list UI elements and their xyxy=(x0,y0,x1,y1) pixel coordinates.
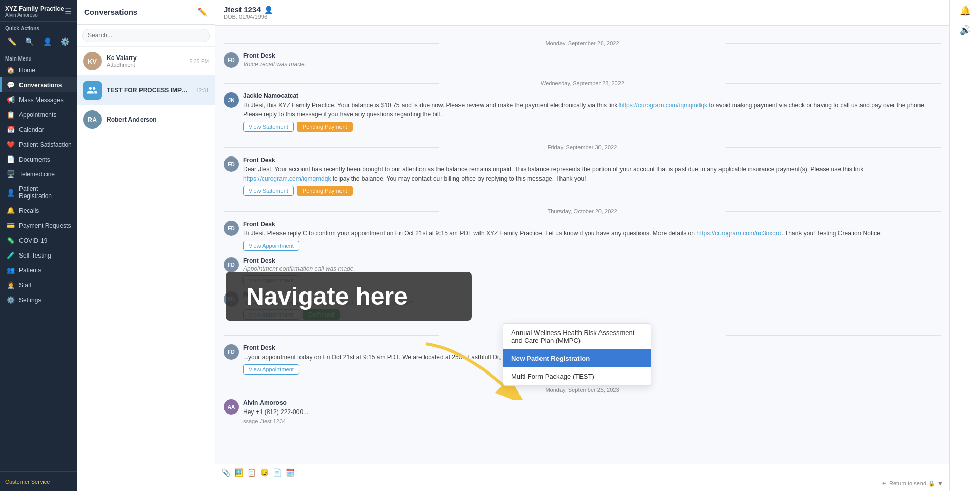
recalls-icon: 🔔 xyxy=(7,207,15,214)
sidebar-item-home[interactable]: 🏠 Home xyxy=(0,63,77,77)
link-3[interactable]: https://curogram.com/uc3nxqrd xyxy=(696,230,781,237)
patient-satisfaction-icon: ❤️ xyxy=(7,141,15,148)
msg-form-label: ssage Jtest 1234 xyxy=(243,418,941,424)
msg-avatar-fd5: FD xyxy=(224,257,239,272)
sidebar-item-payment-requests[interactable]: 💳 Payment Requests xyxy=(0,218,77,233)
conversations-icon: 💬 xyxy=(7,81,15,89)
search-input[interactable] xyxy=(82,29,210,42)
volume-icon[interactable]: 🔊 xyxy=(959,25,971,36)
sidebar-item-home-label: Home xyxy=(19,67,35,74)
conv-name-robert-anderson: Robert Anderson xyxy=(107,116,204,123)
msg-sender-5: Front Desk xyxy=(243,257,941,264)
sidebar-item-calendar[interactable]: 📅 Calendar xyxy=(0,122,77,137)
schedule-icon[interactable]: 🗓️ xyxy=(286,468,294,477)
link-2[interactable]: https://curogram.com/iqmqmdqk xyxy=(243,175,331,182)
emoji-icon[interactable]: 😊 xyxy=(260,468,269,477)
view-statement-btn-1[interactable]: View Statement xyxy=(243,122,294,132)
msg-avatar-fd7: FD xyxy=(224,344,239,360)
patients-icon: 👥 xyxy=(7,266,15,274)
dropdown-item-1[interactable]: Annual Wellness Health Risk Assessment a… xyxy=(503,324,651,349)
sidebar-user-name: Alvin Amoroso xyxy=(5,12,64,18)
user-icon[interactable]: 👤 xyxy=(41,34,54,49)
msg-avatar-fd1: FD xyxy=(224,52,239,68)
sidebar-item-telemedicine[interactable]: 🖥️ Telemedicine xyxy=(0,167,77,182)
msg-content-2: Jackie Namocatcat Hi Jtest, this XYZ Fam… xyxy=(243,92,941,132)
msg-actions-4: View Appointment xyxy=(243,241,941,251)
navigate-overlay: Navigate here xyxy=(226,272,472,321)
conv-item-kc-valarry[interactable]: KV Kc Valarry Attachment 5:35 PM xyxy=(77,47,215,76)
sidebar-item-staff-label: Staff xyxy=(19,282,31,289)
date-divider-6: Monday, September 25, 2023 xyxy=(224,387,941,393)
sidebar-item-mass-messages[interactable]: 📢 Mass Messages xyxy=(0,92,77,107)
template-icon[interactable]: 📋 xyxy=(247,468,256,477)
link-1[interactable]: https://curogram.com/iqmqmdqk xyxy=(619,102,707,109)
quick-actions-label: Quick Actions xyxy=(5,26,72,31)
form-icon[interactable]: 📄 xyxy=(273,468,282,477)
attachment-icon[interactable]: 📎 xyxy=(222,468,230,477)
image-icon[interactable]: 🖼️ xyxy=(234,468,243,477)
view-appointment-btn-4[interactable]: View Appointment xyxy=(243,364,299,375)
patient-name-text: Jtest 1234 xyxy=(224,5,261,14)
patient-registration-icon: 👤 xyxy=(7,189,15,197)
calendar-icon: 📅 xyxy=(7,126,15,133)
conv-preview-kc-valarry: Attachment xyxy=(107,62,185,68)
sidebar-item-conversations[interactable]: 💬 Conversations xyxy=(0,77,77,92)
telemedicine-icon: 🖥️ xyxy=(7,170,15,178)
appointments-icon: 📋 xyxy=(7,111,15,119)
sidebar-item-patient-satisfaction[interactable]: ❤️ Patient Satisfaction xyxy=(0,137,77,152)
return-to-send-label: Return to send xyxy=(889,480,926,486)
settings-icon[interactable]: ⚙️ xyxy=(58,34,72,49)
msg-text-2: Hi Jtest, this XYZ Family Practice. Your… xyxy=(243,101,941,119)
conv-item-robert-anderson[interactable]: RA Robert Anderson xyxy=(77,105,215,134)
edit-icon[interactable]: ✏️ xyxy=(197,7,208,17)
notification-icon[interactable]: 🔔 xyxy=(959,5,971,16)
sidebar-item-appointments[interactable]: 📋 Appointments xyxy=(0,107,77,122)
sidebar-item-patient-satisfaction-label: Patient Satisfaction xyxy=(19,141,72,148)
sidebar-item-settings[interactable]: ⚙️ Settings xyxy=(0,292,77,307)
chat-messages: Monday, September 26, 2022 FD Front Desk… xyxy=(215,26,949,464)
sidebar-item-self-testing-label: Self-Testing xyxy=(19,252,51,259)
chat-input-area: 📎 🖼️ 📋 😊 📄 🗓️ ↵ Return to send 🔒 ▼ xyxy=(215,464,949,491)
view-appointment-btn-1[interactable]: View Appointment xyxy=(243,241,299,251)
dropdown-item-2[interactable]: New Patient Registration xyxy=(503,349,651,367)
lock-icon: 🔒 xyxy=(928,480,935,487)
sidebar-item-covid19[interactable]: 🦠 COVID-19 xyxy=(0,233,77,248)
return-to-send: ↵ Return to send 🔒 ▼ xyxy=(882,480,943,487)
view-statement-btn-2[interactable]: View Statement xyxy=(243,186,294,196)
conv-time-kc-valarry: 5:35 PM xyxy=(190,58,209,64)
sidebar-item-settings-label: Settings xyxy=(19,297,41,304)
msg-text-8: Hey +1 (812) 222-000... xyxy=(243,407,941,417)
customer-service-link[interactable]: Customer Service xyxy=(5,479,50,485)
msg-content-8: Alvin Amoroso Hey +1 (812) 222-000... ss… xyxy=(243,399,941,424)
conv-info-test-process: TEST FOR PROCESS IMPR... xyxy=(107,87,191,94)
msg-content-3: Front Desk Dear Jtest. Your account has … xyxy=(243,156,941,196)
self-testing-icon: 🧪 xyxy=(7,251,15,259)
sidebar-item-self-testing[interactable]: 🧪 Self-Testing xyxy=(0,248,77,263)
sidebar-item-recalls[interactable]: 🔔 Recalls xyxy=(0,203,77,218)
msg-sender-8: Alvin Amoroso xyxy=(243,399,941,406)
patient-name: Jtest 1234 👤 xyxy=(224,5,941,14)
dropdown-item-3[interactable]: Multi-Form Package (TEST) xyxy=(503,367,651,385)
sidebar-item-mass-messages-label: Mass Messages xyxy=(19,96,64,104)
msg-avatar-fd3: FD xyxy=(224,156,239,172)
msg-actions-3: View Statement Pending Payment xyxy=(243,186,941,196)
conversations-header: Conversations ✏️ xyxy=(77,0,215,25)
sidebar-item-covid19-label: COVID-19 xyxy=(19,237,47,244)
hamburger-icon[interactable]: ☰ xyxy=(65,7,72,16)
conv-time-test-process: 12:31 xyxy=(196,88,209,93)
search-icon[interactable]: 🔍 xyxy=(23,34,37,49)
message-row-1: FD Front Desk Voice recall was made. xyxy=(224,52,941,68)
sidebar-item-patients[interactable]: 👥 Patients xyxy=(0,263,77,278)
sidebar-item-documents[interactable]: 📄 Documents xyxy=(0,152,77,167)
pending-payment-btn-2[interactable]: Pending Payment xyxy=(297,186,353,196)
sidebar-item-staff[interactable]: 👩‍⚕️ Staff xyxy=(0,278,77,292)
conversations-title: Conversations xyxy=(84,8,137,16)
sidebar-item-patient-registration[interactable]: 👤 Patient Registration xyxy=(0,182,77,203)
home-icon: 🏠 xyxy=(7,66,15,74)
conv-item-test-process[interactable]: TEST FOR PROCESS IMPR... 12:31 xyxy=(77,76,215,105)
compose-icon[interactable]: ✏️ xyxy=(5,34,19,49)
pending-payment-btn-1[interactable]: Pending Payment xyxy=(297,122,353,132)
msg-avatar-aa: AA xyxy=(224,399,239,415)
msg-content-4: Front Desk Hi Jtest. Please reply C to c… xyxy=(243,221,941,251)
message-row-8: AA Alvin Amoroso Hey +1 (812) 222-000...… xyxy=(224,399,941,424)
